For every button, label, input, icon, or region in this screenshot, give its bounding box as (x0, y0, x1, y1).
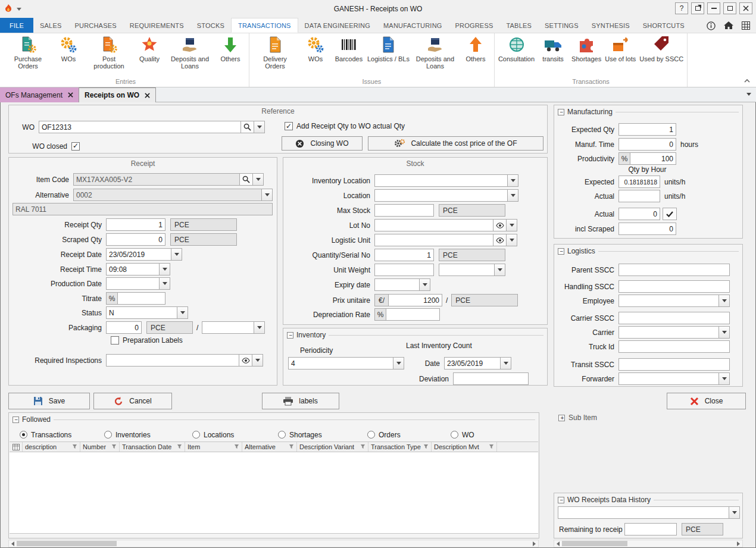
menu-tab-data-engineering[interactable]: DATA ENGINEERING (298, 18, 377, 33)
status-input[interactable]: N (106, 306, 177, 319)
unit-weight-input[interactable] (374, 264, 434, 276)
wo-history-input[interactable] (558, 506, 729, 519)
wo-history-dropdown-button[interactable] (729, 506, 740, 519)
max-stock-input[interactable] (374, 204, 434, 217)
tab-close-icon[interactable] (68, 92, 73, 98)
lot-no-view-button[interactable] (493, 219, 507, 231)
wo-input[interactable]: OF12313 (39, 121, 241, 133)
incl-scraped-input[interactable]: 0 (618, 223, 676, 235)
filter-icon[interactable] (289, 443, 294, 450)
expected-qty-input[interactable]: 1 (618, 123, 676, 136)
scroll-left-button[interactable] (554, 540, 562, 547)
ribbon-item-purchase-orders[interactable]: Purchase Orders (4, 35, 52, 77)
add-receipt-qty-checkbox[interactable]: Add Receipt Qty to WO actual Qty (285, 122, 405, 130)
collapse-manufacturing-icon[interactable] (558, 109, 564, 115)
scraped-qty-input[interactable]: 0 (106, 233, 165, 246)
production-date-input[interactable] (106, 277, 160, 290)
calculate-cost-button[interactable]: Calculate the cost price of the OF (368, 136, 543, 151)
info-icon[interactable] (707, 21, 716, 30)
ribbon-item-wos[interactable]: WOs (299, 35, 332, 77)
handling-sscc-input[interactable] (618, 280, 730, 293)
preparation-labels-checkbox[interactable]: Preparation Labels (111, 336, 183, 345)
filter-icon[interactable] (360, 443, 365, 450)
tab-receipts-on-wo[interactable]: Receipts on WO (79, 87, 156, 102)
expiry-date-input[interactable] (374, 278, 420, 291)
help-button[interactable]: ? (675, 2, 688, 14)
close-button[interactable] (739, 2, 752, 14)
logistic-unit-view-button[interactable] (493, 234, 507, 246)
scroll-right-button[interactable] (735, 540, 742, 547)
followed-table-body[interactable] (10, 452, 538, 534)
menu-tab-tables[interactable]: TABLES (499, 18, 538, 33)
actual-qty-input[interactable]: 0 (618, 208, 660, 220)
alternative-dropdown-button[interactable] (262, 189, 273, 201)
employee-dropdown-button[interactable] (719, 295, 730, 307)
collapse-inventory-icon[interactable] (287, 332, 293, 339)
inventory-location-input[interactable] (374, 174, 508, 187)
receipt-date-input[interactable]: 23/05/2019 (106, 248, 171, 261)
packaging-input-2[interactable] (202, 321, 254, 334)
expiry-date-dropdown-button[interactable] (420, 278, 430, 291)
grid-icon[interactable] (742, 21, 750, 30)
column-header-description-mvt[interactable]: Description Mvt (432, 442, 497, 452)
menu-tab-manufacturing[interactable]: MANUFACTURING (377, 18, 449, 33)
receipt-qty-input[interactable]: 1 (106, 218, 165, 231)
tab-list-dropdown-icon[interactable] (746, 93, 751, 96)
item-code-search-button[interactable] (240, 173, 253, 186)
menu-tab-sales[interactable]: SALES (33, 18, 68, 33)
ribbon-item-transits[interactable]: transits (536, 35, 570, 77)
quantity-serial-input[interactable]: 1 (374, 249, 434, 261)
cancel-button[interactable]: Cancel (93, 393, 172, 409)
ribbon-item-delivery-orders[interactable]: Delivery Orders (251, 35, 299, 77)
carrier-sscc-input[interactable] (618, 312, 730, 324)
collapse-ribbon-icon[interactable] (744, 76, 750, 84)
manuf-time-input[interactable]: 0 (618, 138, 676, 151)
ribbon-item-others[interactable]: Others (459, 35, 492, 77)
receipt-time-dropdown-button[interactable] (160, 263, 170, 275)
receipt-time-input[interactable]: 09:08 (106, 263, 160, 275)
collapse-wo-history-icon[interactable] (558, 497, 564, 503)
location-input[interactable] (374, 189, 508, 202)
tab-close-icon[interactable] (145, 93, 150, 98)
radio-transactions[interactable]: Transactions (20, 431, 104, 439)
transit-sscc-input[interactable] (618, 358, 730, 371)
ribbon-item-logistics-bls[interactable]: Logistics / BLs (365, 35, 411, 77)
menu-tab-synthesis[interactable]: SYNTHESIS (585, 18, 636, 33)
column-header-description-variant[interactable]: Description Variant (297, 442, 368, 452)
ribbon-item-deposits-and-loans[interactable]: Deposits and Loans (166, 35, 214, 77)
table-corner-icon[interactable] (10, 442, 23, 452)
forwarder-dropdown-button[interactable] (719, 372, 730, 385)
inventory-date-input[interactable]: 23/05/2019 (444, 357, 501, 369)
item-code-dropdown-button[interactable] (253, 173, 264, 186)
wo-closed-checkbox[interactable] (71, 142, 80, 151)
radio-wo[interactable]: WO (451, 431, 486, 439)
column-header-alternative[interactable]: Alternative (242, 442, 297, 452)
minimize-button[interactable] (707, 2, 720, 14)
ribbon-item-used-by-sscc[interactable]: Used by SSCC (638, 35, 685, 77)
ribbon-item-deposits-and-loans[interactable]: Deposits and Loans (411, 35, 459, 77)
logistic-unit-input[interactable] (374, 234, 493, 246)
filter-icon[interactable] (72, 443, 77, 450)
menu-tab-progress[interactable]: PROGRESS (449, 18, 500, 33)
tab-ofs-management[interactable]: OFs Management (0, 87, 79, 102)
actual-rate-input[interactable] (618, 190, 660, 202)
ribbon-item-quality[interactable]: Quality (133, 35, 166, 77)
menu-tab-settings[interactable]: SETTINGS (538, 18, 585, 33)
menu-tab-stocks[interactable]: STOCKS (190, 18, 231, 33)
scroll-right-button[interactable] (530, 540, 538, 547)
required-inspections-input[interactable] (106, 354, 239, 367)
radio-locations[interactable]: Locations (192, 431, 278, 439)
logistic-unit-dropdown-button[interactable] (507, 234, 517, 246)
collapse-followed-icon[interactable] (13, 417, 19, 423)
inventory-location-dropdown-button[interactable] (508, 174, 518, 187)
parent-sscc-input[interactable] (618, 264, 730, 276)
lot-no-input[interactable] (374, 219, 493, 231)
actual-qty-confirm-button[interactable] (663, 208, 677, 220)
filter-icon[interactable] (234, 443, 239, 450)
lot-no-dropdown-button[interactable] (507, 219, 517, 231)
home-icon[interactable] (724, 21, 733, 30)
packaging-dropdown-button[interactable] (254, 321, 265, 334)
ribbon-item-use-of-lots[interactable]: Use of lots (603, 35, 638, 77)
save-button[interactable]: Save (8, 393, 90, 409)
filter-icon[interactable] (177, 443, 182, 450)
